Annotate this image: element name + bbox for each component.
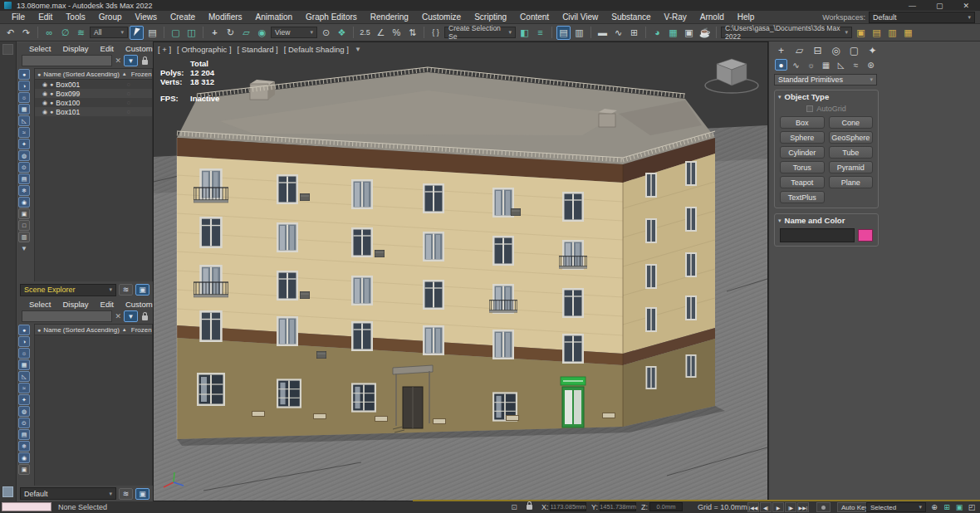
workspaces-dropdown[interactable]: Default ▾ [869, 12, 975, 23]
toggle-particles-icon[interactable]: ✦ [18, 139, 30, 149]
select-rotate-icon[interactable]: ↻ [223, 26, 238, 40]
select-scale-icon[interactable]: ▱ [239, 26, 253, 40]
category-systems-icon[interactable]: ⊛ [865, 59, 877, 71]
explorer-type-dropdown[interactable]: Default ▾ [20, 487, 116, 500]
tab-create-icon[interactable]: + [775, 44, 787, 56]
toggle-geometry-icon[interactable]: ● [18, 69, 30, 80]
menu-group[interactable]: Group [92, 12, 129, 22]
menu-graph-editors[interactable]: Graph Editors [299, 12, 364, 22]
render-setup-icon[interactable]: ▦ [666, 26, 680, 40]
box-button[interactable]: Box [780, 116, 825, 129]
explorer-menu-edit[interactable]: Edit [95, 300, 120, 309]
toggle-hidden-icon[interactable]: ◉ [18, 197, 30, 208]
list-item[interactable]: ◉ ● Box100 ◌ [35, 98, 152, 107]
menu-vray[interactable]: V-Ray [658, 12, 693, 22]
toggle-frozen-icon[interactable]: ❄ [18, 441, 30, 452]
toggle-geometry-icon[interactable]: ● [18, 325, 30, 335]
object-name[interactable]: Box100 [56, 99, 80, 107]
toggle-spacewarps-icon[interactable]: ≈ [18, 383, 30, 393]
object-color-swatch[interactable] [858, 229, 873, 242]
explorer-menu-customize[interactable]: Customize [120, 44, 153, 53]
category-geometry-icon[interactable]: ● [775, 59, 787, 71]
plane-button[interactable]: Plane [829, 176, 874, 188]
maximize-viewport-toggle-icon[interactable]: ◰ [966, 502, 978, 512]
snaps-toggle-icon[interactable]: 2.5 [358, 26, 372, 40]
y-coordinate-field[interactable]: 1451.738mm [600, 502, 636, 511]
select-move-icon[interactable]: + [208, 26, 222, 40]
explorer-menu-select[interactable]: Select [23, 44, 56, 53]
render-iterative-icon[interactable]: ▤ [870, 26, 884, 40]
toggle-shapes-icon[interactable]: ◑ [18, 336, 30, 347]
clear-search-icon[interactable]: ✕ [115, 56, 121, 65]
angle-snap-icon[interactable]: ∠ [374, 26, 388, 40]
toggle-shapes-icon[interactable]: ◑ [18, 81, 30, 91]
teapot-button[interactable]: Teapot [780, 176, 825, 188]
explorer-pin-button[interactable]: ▣ [135, 488, 149, 500]
list-item[interactable]: ◉ ● Box099 ◌ [35, 89, 152, 98]
search-input[interactable] [22, 55, 112, 66]
category-helpers-icon[interactable]: ◺ [835, 59, 847, 71]
menu-tools[interactable]: Tools [59, 12, 91, 22]
toggle-lights-icon[interactable]: ☼ [18, 92, 30, 103]
object-name[interactable]: Box099 [56, 90, 80, 98]
frozen-state-icon[interactable]: ◌ [127, 100, 130, 105]
scene-explorer-toggle-button[interactable]: ▤ [556, 26, 571, 40]
material-editor-icon[interactable]: ◕ [650, 26, 664, 40]
toggle-helpers-icon[interactable]: ◺ [18, 371, 30, 382]
named-sets-dropdown[interactable]: Create Selection Se ▾ [444, 27, 516, 38]
menu-create[interactable]: Create [164, 12, 202, 22]
name-column-header[interactable]: Name (Sorted Ascending) [43, 326, 120, 334]
ribbon-toggle-icon[interactable]: ▬ [595, 26, 610, 40]
toggle-bones-icon[interactable]: ◍ [18, 150, 30, 161]
cylinder-button[interactable]: Cylinder [780, 146, 825, 159]
select-manipulate-icon[interactable]: ❖ [335, 26, 349, 40]
isolate-selection-icon[interactable]: ⊡ [508, 502, 520, 512]
align-icon[interactable]: ≡ [533, 26, 547, 40]
filter-button[interactable]: ▼ [124, 310, 138, 322]
explorer-menu-customize[interactable]: Customize [120, 300, 153, 309]
toggle-spacewarps-icon[interactable]: ≈ [18, 127, 30, 138]
schematic-view-icon[interactable]: ⊞ [627, 26, 641, 40]
category-shapes-icon[interactable]: ∿ [790, 59, 802, 71]
menu-rendering[interactable]: Rendering [364, 12, 415, 22]
viewport-layout-tab-icon[interactable] [2, 486, 13, 497]
menu-customize[interactable]: Customize [415, 12, 468, 22]
toggle-particles-icon[interactable]: ✦ [18, 394, 30, 405]
mirror-icon[interactable]: ◧ [517, 26, 532, 40]
name-column-header[interactable]: Name (Sorted Ascending) [43, 71, 120, 78]
torus-button[interactable]: Torus [780, 161, 825, 173]
named-selection-sets-icon[interactable]: { } [429, 26, 443, 40]
frozen-state-icon[interactable]: ◌ [127, 109, 130, 115]
list-column-headers[interactable]: ● Name (Sorted Ascending) ▲ Frozen [35, 325, 152, 335]
search-input[interactable] [22, 310, 112, 322]
building-model[interactable] [177, 67, 725, 446]
toggle-materials-icon[interactable]: □ [18, 220, 30, 231]
frozen-column-header[interactable]: Frozen [131, 71, 152, 78]
eye-icon[interactable]: ◉ [42, 100, 47, 106]
selection-lock-icon[interactable] [523, 502, 535, 512]
object-name[interactable]: Box101 [56, 108, 80, 116]
window-crossing-icon[interactable]: ◫ [184, 26, 198, 40]
name-and-color-rollout-header[interactable]: ▾ Name and Color [777, 215, 876, 226]
viewport-menu-pov[interactable]: [ Orthographic ] [177, 45, 231, 54]
toggle-lights-icon[interactable]: ☼ [18, 348, 30, 359]
frozen-state-icon[interactable]: ◌ [127, 81, 130, 87]
eye-icon[interactable]: ◉ [42, 109, 47, 115]
clear-search-icon[interactable]: ✕ [115, 312, 121, 320]
maxscript-mini-listener[interactable] [2, 502, 51, 511]
explorer-pin-button[interactable]: ▣ [135, 284, 149, 296]
toggle-layers-icon[interactable]: ▥ [18, 232, 30, 242]
list-item[interactable]: ◉ ● Box001 ◌ [35, 80, 152, 89]
selection-filter-dropdown[interactable]: All ▾ [90, 27, 128, 38]
z-coordinate-field[interactable]: 0.0mm [649, 502, 683, 511]
filter-button[interactable]: ▼ [124, 55, 138, 66]
toggle-containers-icon[interactable]: ⊙ [18, 418, 30, 428]
lock-icon[interactable] [142, 60, 148, 65]
curve-editor-icon[interactable]: ∿ [611, 26, 625, 40]
layer-explorer-toggle-icon[interactable]: ▥ [572, 26, 586, 40]
toggle-cameras-icon[interactable]: ▦ [18, 104, 30, 115]
toggle-cameras-icon[interactable]: ▦ [18, 359, 30, 370]
toggle-xref-icon[interactable]: ▣ [18, 208, 30, 219]
tube-button[interactable]: Tube [829, 146, 874, 159]
tab-motion-icon[interactable]: ◎ [830, 44, 842, 56]
